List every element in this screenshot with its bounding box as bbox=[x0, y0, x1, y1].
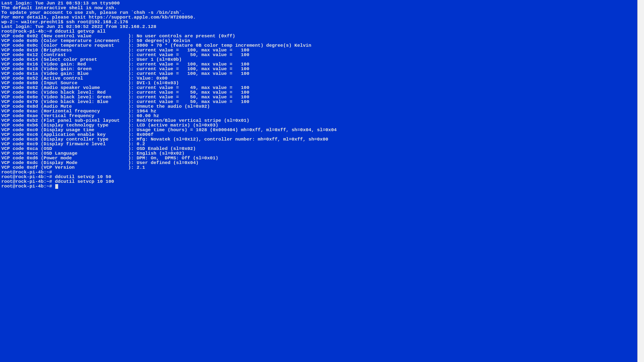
terminal-viewport[interactable]: Last login: Tue Jun 21 08:53:13 on ttys0… bbox=[0, 0, 637, 362]
terminal-line: VCP code 0x8d (Audio Mute ): Unmute the … bbox=[1, 104, 636, 109]
terminal-line: VCP code 0x62 (Audio speaker volume ): c… bbox=[1, 85, 636, 90]
terminal-line: VCP code 0x6e (Video black level: Green … bbox=[1, 95, 636, 99]
scrollbar-track[interactable] bbox=[638, 6, 644, 356]
terminal-line: root@rock-pi-4b:~# bbox=[1, 170, 636, 175]
command-text: ddcutil setvcp 10 50 bbox=[55, 174, 111, 179]
terminal-line: VCP code 0xb6 (Display technology type )… bbox=[1, 123, 636, 128]
terminal-line: Last login: Tue Jun 21 08:53:13 on ttys0… bbox=[1, 1, 636, 5]
terminal-line: VCP code 0xd6 (Power mode ): DPM: On, DP… bbox=[1, 156, 636, 160]
terminal-line: VCP code 0x70 (Video black level: Blue )… bbox=[1, 99, 636, 104]
terminal-line: VCP code 0xc8 (Display controller type )… bbox=[1, 137, 636, 142]
terminal-line: VCP code 0xb2 (Flat panel sub-pixel layo… bbox=[1, 118, 636, 123]
terminal-line: The default interactive shell is now zsh… bbox=[1, 5, 636, 10]
terminal-line: VCP code 0xdf (VCP Version ): 2.1 bbox=[1, 165, 636, 170]
terminal-line: VCP code 0x52 (Active control ): Value: … bbox=[1, 76, 636, 81]
terminal-line: VCP code 0x02 (New control value ): No u… bbox=[1, 34, 636, 38]
terminal-line: VCP code 0xae (Vertical frequency ): 60.… bbox=[1, 113, 636, 118]
terminal-line: VCP code 0xdc (Display Mode ): User defi… bbox=[1, 160, 636, 165]
terminal-line: wp-2:~ walter.prechtl$ ssh root@192.168.… bbox=[1, 20, 636, 24]
command-text: ddcutil getvcp all bbox=[55, 29, 106, 34]
terminal-line: VCP code 0x16 (Video gain: Red ): curren… bbox=[1, 62, 636, 67]
terminal-line: VCP code 0x14 (Select color preset ): Us… bbox=[1, 57, 636, 62]
terminal-line: root@rock-pi-4b:~# ddcutil setvcp 10 100 bbox=[1, 179, 636, 184]
terminal-line: Last login: Tue Jun 21 02:50:52 2022 fro… bbox=[1, 24, 636, 29]
terminal-line: VCP code 0xc9 (Display firmware level ):… bbox=[1, 142, 636, 146]
remote-prompt: root@rock-pi-4b:~# bbox=[1, 29, 55, 34]
terminal-line: VCP code 0xcc (OSD Language ): English (… bbox=[1, 151, 636, 156]
remote-prompt: root@rock-pi-4b:~# bbox=[1, 179, 55, 184]
terminal-line: VCP code 0xac (Horizontal frequency ): 1… bbox=[1, 109, 636, 113]
local-prompt: wp-2:~ walter.prechtl$ bbox=[1, 19, 66, 24]
terminal-line: VCP code 0x0b (Color temperature increme… bbox=[1, 38, 636, 43]
cursor bbox=[55, 184, 58, 189]
scrollbar-vertical[interactable]: ▲ ▼ bbox=[637, 0, 644, 362]
terminal-line: To update your account to use zsh, pleas… bbox=[1, 10, 636, 15]
terminal-line: VCP code 0xca (OSD ): OSD Enabled (sl=0x… bbox=[1, 146, 636, 151]
command-text: ddcutil setvcp 10 100 bbox=[55, 179, 114, 184]
terminal-line: VCP code 0x10 (Brightness ): current val… bbox=[1, 48, 636, 52]
terminal-line: VCP code 0x12 (Contrast ): current value… bbox=[1, 52, 636, 57]
terminal-line: VCP code 0xc6 (Application enable key ):… bbox=[1, 132, 636, 137]
terminal-line: VCP code 0x0c (Color temperature request… bbox=[1, 43, 636, 48]
terminal-line: VCP code 0x6c (Video black level: Red ):… bbox=[1, 90, 636, 95]
terminal-line: root@rock-pi-4b:~# ddcutil getvcp all bbox=[1, 29, 636, 34]
terminal-line: VCP code 0x1a (Video gain: Blue ): curre… bbox=[1, 71, 636, 76]
command-text: ssh root@192.168.2.176 bbox=[66, 19, 128, 24]
remote-prompt: root@rock-pi-4b:~# bbox=[1, 174, 55, 179]
terminal-line: VCP code 0x18 (Video gain: Green ): curr… bbox=[1, 67, 636, 71]
terminal-current-line[interactable]: root@rock-pi-4b:~# bbox=[1, 184, 636, 189]
terminal-line: VCP code 0xc0 (Display usage time ): Usa… bbox=[1, 128, 636, 132]
remote-prompt: root@rock-pi-4b:~# bbox=[1, 184, 55, 189]
terminal-line: For more details, please visit https://s… bbox=[1, 15, 636, 20]
remote-prompt: root@rock-pi-4b:~# bbox=[1, 170, 55, 175]
terminal-line: VCP code 0x60 (Input Source ): DVI-1 (sl… bbox=[1, 81, 636, 85]
terminal-line: root@rock-pi-4b:~# ddcutil setvcp 10 50 bbox=[1, 175, 636, 179]
